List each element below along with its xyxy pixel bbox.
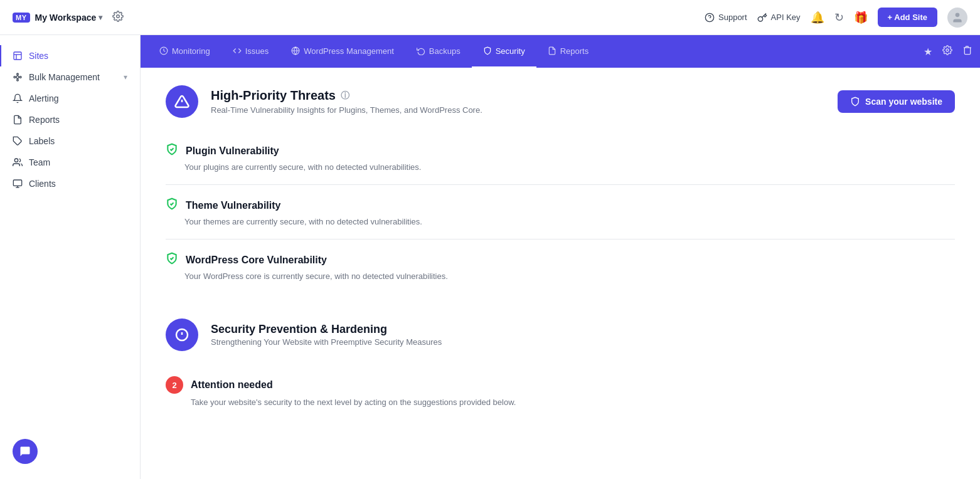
high-priority-title: High-Priority Threats ⓘ [211, 88, 482, 103]
shield-check-icon [166, 143, 178, 159]
workspace-badge: MY [13, 13, 30, 23]
tab-issues[interactable]: Issues [221, 35, 280, 68]
scan-website-button[interactable]: Scan your website [838, 90, 955, 113]
svg-point-8 [17, 73, 19, 75]
workspace-section: MY My Workspace ▾ [13, 11, 124, 24]
svg-point-0 [117, 14, 120, 18]
trash-icon[interactable] [962, 45, 972, 58]
notifications-icon[interactable]: 🔔 [811, 11, 824, 24]
avatar[interactable] [947, 8, 967, 28]
bulk-management-expand: Bulk Management ▾ [29, 72, 127, 82]
svg-point-3 [956, 13, 960, 17]
plugin-vulnerability-item: Plugin Vulnerability Your plugins are cu… [166, 130, 955, 185]
shield-check-icon-3 [166, 252, 178, 268]
plugin-vuln-header: Plugin Vulnerability [166, 143, 955, 159]
sidebar-item-reports[interactable]: Reports [0, 109, 140, 130]
svg-point-9 [17, 79, 19, 81]
prevention-title-group: Security Prevention & Hardening Strength… [211, 323, 442, 347]
theme-vuln-header: Theme Vulnerability [166, 197, 955, 213]
sidebar: Sites Bulk Management ▾ Alerting Reports… [0, 35, 141, 479]
svg-point-7 [16, 76, 19, 78]
settings-icon[interactable] [112, 11, 124, 24]
svg-rect-4 [14, 52, 21, 60]
info-icon[interactable]: ⓘ [341, 90, 349, 102]
prevention-section: Security Prevention & Hardening Strength… [141, 306, 980, 376]
support-button[interactable]: Support [705, 13, 747, 23]
star-icon[interactable]: ★ [924, 46, 932, 58]
chat-button[interactable] [13, 439, 38, 464]
attention-badge: 2 [166, 376, 183, 394]
svg-rect-14 [13, 180, 21, 186]
high-priority-title-group: High-Priority Threats ⓘ Real-Time Vulner… [211, 88, 482, 115]
api-key-button[interactable]: API Key [757, 13, 801, 23]
expand-icon: ▾ [124, 73, 127, 82]
workspace-name[interactable]: My Workspace ▾ [35, 13, 103, 23]
high-priority-header-left: High-Priority Threats ⓘ Real-Time Vulner… [166, 85, 482, 118]
sidebar-item-sites[interactable]: Sites [0, 45, 140, 66]
high-priority-section: High-Priority Threats ⓘ Real-Time Vulner… [141, 68, 980, 130]
main-content: Monitoring Issues WordPress Management B… [141, 35, 980, 479]
core-vulnerability-item: WordPress Core Vulnerability Your WordPr… [166, 239, 955, 293]
settings-tab-icon[interactable] [942, 45, 952, 58]
tab-monitoring[interactable]: Monitoring [148, 35, 221, 68]
sidebar-item-team[interactable]: Team [0, 152, 140, 173]
vulnerability-list: Plugin Vulnerability Your plugins are cu… [141, 130, 980, 306]
theme-vulnerability-item: Theme Vulnerability Your themes are curr… [166, 185, 955, 239]
high-priority-desc: Real-Time Vulnerability Insights for Plu… [211, 105, 482, 115]
svg-point-10 [14, 76, 16, 78]
high-priority-icon [166, 85, 198, 118]
tab-security[interactable]: Security [472, 35, 536, 68]
add-site-button[interactable]: + Add Site [878, 8, 937, 27]
sidebar-item-labels[interactable]: Labels [0, 130, 140, 152]
gift-icon[interactable]: 🎁 [854, 11, 868, 24]
attention-header: 2 Attention needed [166, 376, 955, 394]
prevention-header: Security Prevention & Hardening Strength… [166, 318, 955, 351]
tab-wordpress-management[interactable]: WordPress Management [280, 35, 405, 68]
tab-backups[interactable]: Backups [405, 35, 472, 68]
page-content: High-Priority Threats ⓘ Real-Time Vulner… [141, 68, 980, 479]
sidebar-item-alerting[interactable]: Alerting [0, 88, 140, 109]
attention-section: 2 Attention needed Take your website's s… [141, 376, 980, 419]
core-vuln-header: WordPress Core Vulnerability [166, 252, 955, 268]
sidebar-item-bulk-management[interactable]: Bulk Management ▾ [0, 66, 140, 88]
app-body: Sites Bulk Management ▾ Alerting Reports… [0, 35, 980, 479]
shield-check-icon-2 [166, 197, 178, 213]
svg-point-19 [946, 49, 949, 51]
chevron-down-icon: ▾ [99, 13, 102, 22]
refresh-icon[interactable]: ↻ [834, 11, 844, 24]
tab-reports[interactable]: Reports [536, 35, 600, 68]
svg-point-13 [14, 159, 18, 162]
svg-point-11 [19, 76, 21, 78]
tab-actions: ★ [924, 45, 972, 58]
sidebar-item-clients[interactable]: Clients [0, 173, 140, 194]
prevention-icon [166, 318, 198, 351]
top-header: MY My Workspace ▾ Support API Key 🔔 ↻ 🎁 … [0, 0, 980, 35]
nav-tabs: Monitoring Issues WordPress Management B… [141, 35, 980, 68]
header-actions: Support API Key 🔔 ↻ 🎁 + Add Site [705, 8, 967, 28]
